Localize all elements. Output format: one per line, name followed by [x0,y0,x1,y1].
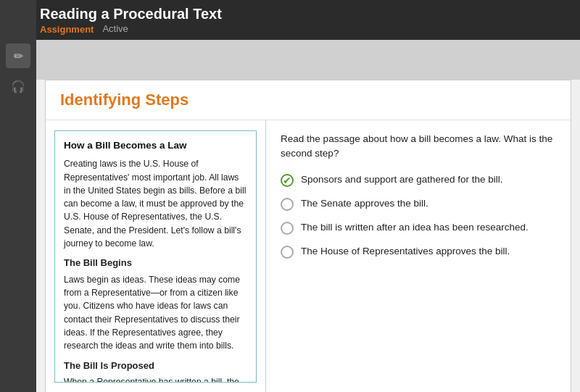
answer-text-2: The Senate approves the bill. [301,197,428,211]
status-badge: Active [102,23,128,34]
passage-paragraph-1: Creating laws is the U.S. House of Repre… [64,157,247,250]
answer-option-1[interactable]: ✔ Sponsors and support are gathered for … [281,173,556,187]
passage-paragraph-3: When a Representative has written a bill… [64,375,247,383]
answer-indicator-1: ✔ [281,174,294,187]
passage-heading: How a Bill Becomes a Law [64,138,247,153]
page-title: Reading a Procedural Text [40,6,222,22]
answer-option-3[interactable]: The bill is written after an idea has be… [281,221,556,235]
passage-subheading-1: The Bill Begins [64,256,247,270]
passage-column: How a Bill Becomes a Law Creating laws i… [46,120,266,392]
answer-indicator-3 [281,222,294,235]
pencil-icon[interactable]: ✏ [6,43,30,68]
answer-indicator-2 [281,198,294,211]
answer-text-3: The bill is written after an idea has be… [301,221,529,235]
headphones-icon[interactable]: 🎧 [6,74,30,99]
answer-indicator-4 [281,246,294,259]
answer-option-2[interactable]: The Senate approves the bill. [281,197,556,211]
answer-option-4[interactable]: The House of Representatives approves th… [281,245,556,259]
section-title: Identifying Steps [60,91,556,109]
top-bar-info: Reading a Procedural Text Assignment Act… [40,6,222,35]
top-bar: Reading a Procedural Text Assignment Act… [0,0,580,40]
passage-subheading-2: The Bill Is Proposed [64,359,247,373]
question-column: Read the passage about how a bill become… [266,120,571,392]
passage-paragraph-2: Laws begin as ideas. These ideas may com… [64,273,247,353]
main-area: Identifying Steps How a Bill Becomes a L… [36,80,580,392]
question-text: Read the passage about how a bill become… [281,132,556,162]
answer-text-4: The House of Representatives approves th… [301,245,510,259]
section-header: Identifying Steps [46,80,571,120]
two-col-layout: How a Bill Becomes a Law Creating laws i… [46,120,571,392]
top-bar-row2: Assignment Active [40,22,222,35]
content-area: Identifying Steps How a Bill Becomes a L… [45,80,571,392]
assignment-label: Assignment [40,24,94,35]
sidebar: ✏ 🎧 [0,0,36,392]
answer-text-1: Sponsors and support are gathered for th… [301,173,502,187]
passage-box: How a Bill Becomes a Law Creating laws i… [54,130,257,383]
